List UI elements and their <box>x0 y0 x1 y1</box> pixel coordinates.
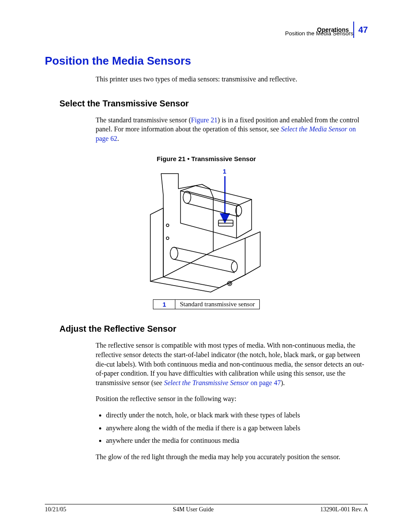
section1-heading: Select the Transmissive Sensor <box>59 99 368 109</box>
header-divider <box>353 22 354 38</box>
page-footer: 10/21/05 S4M User Guide 13290L-001 Rev. … <box>45 504 368 513</box>
section2-paragraph3: The glow of the red light through the me… <box>96 452 368 462</box>
cross-reference-link[interactable]: Select the Transmissive Sensor <box>164 379 249 386</box>
footer-date: 10/21/05 <box>45 506 66 513</box>
table-row: 1 Standard transmissive sensor <box>153 300 259 309</box>
legend-description: Standard transmissive sensor <box>175 300 259 309</box>
svg-point-10 <box>229 283 230 284</box>
svg-point-2 <box>183 191 191 203</box>
footer-docnum: 13290L-001 Rev. A <box>320 506 368 513</box>
figure-area: 1 <box>45 165 368 309</box>
section2-paragraph1: The reflective sensor is compatible with… <box>96 341 368 387</box>
header-section: Position the Media Sensors <box>285 30 353 37</box>
text: The standard transmissive sensor ( <box>96 116 191 124</box>
page-number: 47 <box>358 25 368 35</box>
legend-number: 1 <box>153 300 175 309</box>
list-item: directly under the notch, hole, or black… <box>106 411 368 420</box>
section2-heading: Adjust the Reflective Sensor <box>59 324 368 334</box>
svg-point-5 <box>231 261 237 272</box>
section1-paragraph: The standard transmissive sensor (Figure… <box>96 115 368 143</box>
figure-caption: Figure 21 • Transmissive Sensor <box>45 155 368 162</box>
list-item: anywhere along the width of the media if… <box>106 423 368 433</box>
svg-point-7 <box>166 224 169 227</box>
svg-point-8 <box>166 237 169 240</box>
text: . <box>117 135 119 142</box>
printer-diagram: 1 <box>137 165 275 294</box>
svg-point-4 <box>170 247 178 259</box>
callout-label: 1 <box>223 168 226 175</box>
cross-reference-page[interactable]: on page 47 <box>249 379 281 386</box>
cross-reference-link[interactable]: Select the Media Sensor <box>281 125 347 133</box>
page-header: Operations 47 Position the Media Sensors <box>285 22 368 37</box>
printer-illustration-icon <box>137 165 275 294</box>
figure-legend-table: 1 Standard transmissive sensor <box>153 299 259 309</box>
list-item: anywhere under the media for continuous … <box>106 436 368 445</box>
page-title: Position the Media Sensors <box>45 54 368 68</box>
figure-reference-link[interactable]: Figure 21 <box>191 116 218 124</box>
text: ). <box>281 379 285 386</box>
footer-title: S4M User Guide <box>173 506 214 513</box>
section2-paragraph2: Position the reflective sensor in the fo… <box>96 394 368 404</box>
intro-paragraph: This printer uses two types of media sen… <box>96 75 368 84</box>
instruction-list: directly under the notch, hole, or black… <box>96 411 368 445</box>
